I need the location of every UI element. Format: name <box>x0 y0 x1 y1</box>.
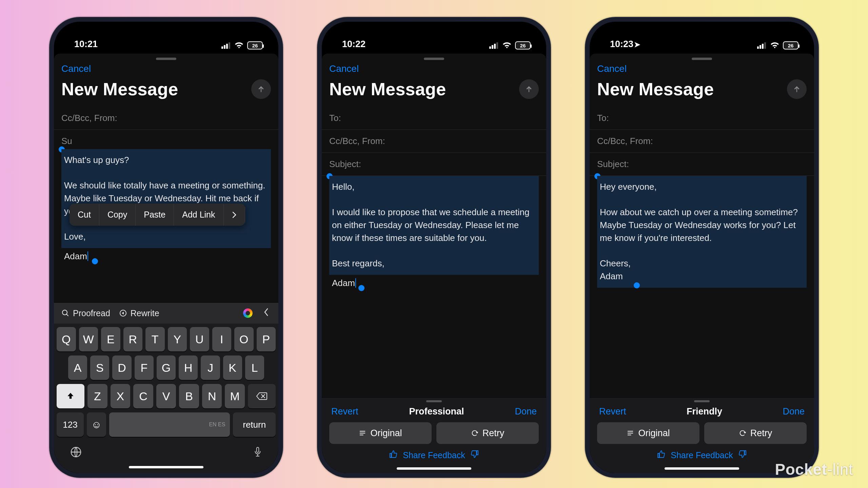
body-after-selection: Adam <box>332 278 355 288</box>
key-y[interactable]: Y <box>168 327 187 351</box>
selection-handle-end[interactable] <box>358 285 364 291</box>
dictation-key[interactable] <box>253 446 262 461</box>
menu-more[interactable] <box>224 204 245 226</box>
key-n[interactable]: N <box>202 384 222 408</box>
send-button[interactable] <box>787 79 807 99</box>
key-f[interactable]: F <box>135 355 154 380</box>
key-u[interactable]: U <box>190 327 209 351</box>
key-l[interactable]: L <box>245 355 264 380</box>
cc-bcc-field[interactable]: Cc/Bcc, From: <box>54 107 278 130</box>
key-z[interactable]: Z <box>87 384 107 408</box>
thumbs-up-button[interactable] <box>389 450 397 461</box>
key-p[interactable]: P <box>257 327 276 351</box>
apple-intelligence-icon[interactable] <box>243 308 253 318</box>
key-e[interactable]: E <box>101 327 120 351</box>
home-indicator[interactable] <box>665 467 739 470</box>
globe-key[interactable] <box>70 446 82 461</box>
subject-field[interactable]: Subject: <box>322 153 546 176</box>
retry-button[interactable]: Retry <box>436 422 539 444</box>
retry-button[interactable]: Retry <box>704 422 807 444</box>
key-w[interactable]: W <box>79 327 98 351</box>
home-indicator[interactable] <box>129 466 203 468</box>
space-key[interactable]: EN ES <box>109 412 230 437</box>
to-field[interactable]: To: <box>322 107 546 130</box>
battery-icon: 26 <box>515 41 531 49</box>
sheet-grabber[interactable] <box>156 58 176 60</box>
emoji-key[interactable]: ☺ <box>87 412 106 437</box>
thumbs-down-button[interactable] <box>738 450 747 461</box>
key-m[interactable]: M <box>225 384 245 408</box>
phone-row: 10:21 26 Cancel New Message Cc/Bcc, From… <box>0 0 868 478</box>
send-button[interactable] <box>519 79 539 99</box>
key-t[interactable]: T <box>145 327 165 351</box>
cancel-button[interactable]: Cancel <box>329 63 359 74</box>
send-button[interactable] <box>251 79 271 99</box>
key-i[interactable]: I <box>212 327 232 351</box>
shift-key[interactable] <box>57 384 84 408</box>
cellular-icon <box>221 42 231 49</box>
sheet-grabber[interactable] <box>424 58 444 60</box>
key-row-2: ASDFGHJKL <box>57 355 276 380</box>
share-feedback-label[interactable]: Share Feedback <box>403 450 465 460</box>
selection-handle-end[interactable] <box>634 282 640 288</box>
original-button[interactable]: Original <box>597 422 699 444</box>
menu-paste[interactable]: Paste <box>136 204 174 226</box>
tone-panel: Revert Professional Done Original Retry … <box>322 397 546 473</box>
proofread-button[interactable]: Proofread <box>61 308 110 318</box>
to-field[interactable]: To: <box>590 107 814 130</box>
rewrite-icon <box>119 309 127 317</box>
cc-bcc-field[interactable]: Cc/Bcc, From: <box>590 130 814 153</box>
subject-field[interactable]: Subject: <box>590 153 814 176</box>
selected-text[interactable]: What's up guys? We should like totally h… <box>61 149 271 248</box>
toolbar-collapse[interactable] <box>261 307 271 319</box>
menu-cut[interactable]: Cut <box>70 204 99 226</box>
key-o[interactable]: O <box>234 327 254 351</box>
key-g[interactable]: G <box>157 355 176 380</box>
key-b[interactable]: B <box>179 384 199 408</box>
selection-handle-end[interactable] <box>92 258 98 264</box>
subject-field[interactable]: Su <box>54 130 278 149</box>
rewrite-button[interactable]: Rewrite <box>119 308 159 318</box>
return-key[interactable]: return <box>233 412 276 437</box>
key-s[interactable]: S <box>90 355 109 380</box>
sheet-grabber[interactable] <box>692 58 712 60</box>
phone-screen-3: 10:23➤ 26 Cancel New Message To: Cc/Bcc,… <box>590 22 814 473</box>
tone-label: Friendly <box>687 406 722 417</box>
done-button[interactable]: Done <box>783 406 805 417</box>
selected-text[interactable]: Hey everyone, How about we catch up over… <box>597 176 807 288</box>
revert-button[interactable]: Revert <box>599 406 626 417</box>
compose-sheet: Cancel New Message Cc/Bcc, From: Su What… <box>54 54 278 473</box>
key-h[interactable]: H <box>179 355 198 380</box>
menu-add-link[interactable]: Add Link <box>174 204 223 226</box>
cancel-button[interactable]: Cancel <box>597 63 627 74</box>
phone-screen-2: 10:22 26 Cancel New Message To: Cc/Bcc, … <box>322 22 546 473</box>
key-j[interactable]: J <box>201 355 220 380</box>
key-v[interactable]: V <box>156 384 176 408</box>
numbers-key[interactable]: 123 <box>57 412 84 437</box>
revert-button[interactable]: Revert <box>331 406 358 417</box>
key-q[interactable]: Q <box>57 327 76 351</box>
tone-grabber[interactable] <box>694 400 710 402</box>
thumbs-down-button[interactable] <box>471 450 479 461</box>
home-indicator[interactable] <box>397 467 471 470</box>
message-body[interactable]: Hello, I would like to propose that we s… <box>322 176 546 290</box>
thumbs-up-button[interactable] <box>657 450 665 461</box>
key-c[interactable]: C <box>133 384 153 408</box>
share-feedback-label[interactable]: Share Feedback <box>671 450 733 460</box>
cancel-button[interactable]: Cancel <box>61 63 91 74</box>
original-button[interactable]: Original <box>329 422 432 444</box>
thumbs-down-icon <box>471 450 479 458</box>
key-d[interactable]: D <box>112 355 131 380</box>
selected-text[interactable]: Hello, I would like to propose that we s… <box>329 176 539 275</box>
key-k[interactable]: K <box>223 355 242 380</box>
message-body[interactable]: Hey everyone, How about we catch up over… <box>590 176 814 290</box>
key-r[interactable]: R <box>123 327 143 351</box>
menu-copy[interactable]: Copy <box>99 204 136 226</box>
done-button[interactable]: Done <box>515 406 537 417</box>
cc-bcc-field[interactable]: Cc/Bcc, From: <box>322 130 546 153</box>
tone-grabber[interactable] <box>426 400 442 402</box>
key-x[interactable]: X <box>111 384 131 408</box>
wifi-icon <box>234 42 244 49</box>
key-a[interactable]: A <box>68 355 87 380</box>
backspace-key[interactable] <box>248 384 276 408</box>
